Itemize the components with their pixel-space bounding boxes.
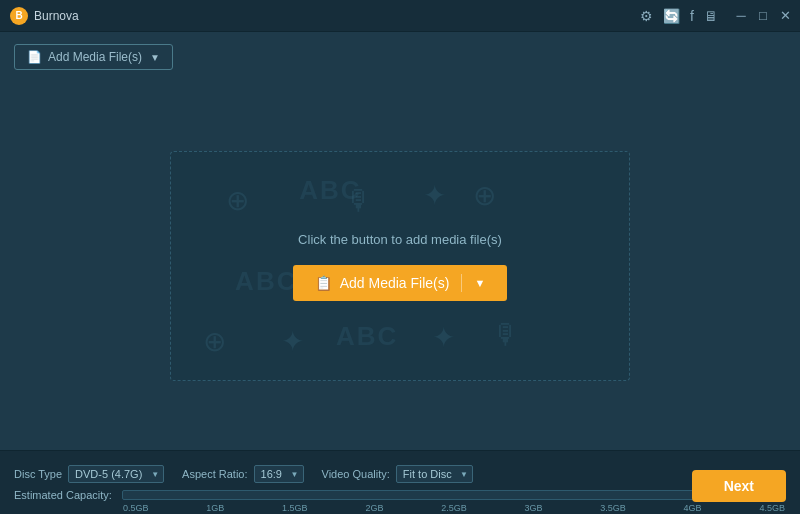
wm-mic-icon-3: 🎙 [492, 318, 520, 351]
minimize-button[interactable]: ─ [734, 9, 748, 23]
disc-type-select[interactable]: DVD-5 (4.7G) DVD-9 (8.5G) Blu-ray 25G Bl… [68, 465, 164, 483]
wm-mic-icon-1: 🎙 [345, 184, 373, 217]
title-bar: B Burnova ⚙ 🔄 f 🖥 ─ □ ✕ [0, 0, 800, 32]
wm-star-icon-1: ✦ [423, 179, 446, 212]
bottom-bar: Disc Type DVD-5 (4.7G) DVD-9 (8.5G) Blu-… [0, 450, 800, 514]
add-media-icon: 📄 [27, 50, 42, 64]
tick-2: 1.5GB [282, 503, 308, 513]
add-media-toolbar-button[interactable]: 📄 Add Media File(s) ▼ [14, 44, 173, 70]
capacity-row: Estimated Capacity: 0.5GB 1GB 1.5GB 2GB … [14, 489, 786, 501]
wm-abc-2: ABC [235, 266, 297, 297]
video-quality-select-wrapper: Fit to Disc High Medium Low [396, 465, 473, 483]
toolbar-dropdown-arrow: ▼ [150, 52, 160, 63]
aspect-ratio-label: Aspect Ratio: [182, 468, 247, 480]
capacity-bar: 0.5GB 1GB 1.5GB 2GB 2.5GB 3GB 3.5GB 4GB … [122, 490, 786, 500]
facebook-icon[interactable]: f [690, 8, 694, 24]
aspect-ratio-select[interactable]: 16:9 4:3 [254, 465, 304, 483]
wm-film-icon-1: ⊕ [226, 184, 249, 217]
aspect-ratio-select-wrapper: 16:9 4:3 [254, 465, 304, 483]
wm-star-icon-3: ✦ [432, 321, 455, 354]
update-icon[interactable]: 🔄 [663, 8, 680, 24]
aspect-ratio-group: Aspect Ratio: 16:9 4:3 [182, 465, 303, 483]
video-quality-select[interactable]: Fit to Disc High Medium Low [396, 465, 473, 483]
drop-zone: ⊕ 🎙 ABC ⊕ ✦ ABC 🎙 ABC ⊕ ✦ ABC ✦ 🎙 Click … [170, 151, 630, 381]
add-media-main-button[interactable]: 📋 Add Media File(s) ▼ [293, 265, 508, 301]
video-quality-label: Video Quality: [322, 468, 390, 480]
wm-film-icon-2: ⊕ [473, 179, 496, 212]
tick-8: 4.5GB [759, 503, 785, 513]
add-media-main-icon: 📋 [315, 275, 332, 291]
toolbar: 📄 Add Media File(s) ▼ [0, 32, 800, 82]
maximize-button[interactable]: □ [756, 9, 770, 23]
wm-abc-4: ABC [336, 321, 398, 352]
disc-type-group: Disc Type DVD-5 (4.7G) DVD-9 (8.5G) Blu-… [14, 465, 164, 483]
wm-film-icon-3: ⊕ [203, 325, 226, 358]
tick-4: 2.5GB [441, 503, 467, 513]
bottom-container: Disc Type DVD-5 (4.7G) DVD-9 (8.5G) Blu-… [0, 450, 800, 514]
video-quality-group: Video Quality: Fit to Disc High Medium L… [322, 465, 473, 483]
disc-type-select-wrapper: DVD-5 (4.7G) DVD-9 (8.5G) Blu-ray 25G Bl… [68, 465, 164, 483]
tick-6: 3.5GB [600, 503, 626, 513]
screen-icon[interactable]: 🖥 [704, 8, 718, 24]
tick-0: 0.5GB [123, 503, 149, 513]
capacity-label: Estimated Capacity: [14, 489, 114, 501]
window-controls: ─ □ ✕ [734, 9, 792, 23]
next-button[interactable]: Next [692, 470, 786, 502]
app-icon: B [10, 7, 28, 25]
dropzone-message: Click the button to add media file(s) [298, 232, 502, 247]
close-button[interactable]: ✕ [778, 9, 792, 23]
tick-3: 2GB [365, 503, 383, 513]
app-title: Burnova [34, 9, 79, 23]
add-media-main-arrow: ▼ [474, 277, 485, 289]
tick-5: 3GB [524, 503, 542, 513]
wm-abc-1: ABC [299, 175, 361, 206]
add-media-toolbar-label: Add Media File(s) [48, 50, 142, 64]
settings-icon[interactable]: ⚙ [640, 8, 653, 24]
disc-type-label: Disc Type [14, 468, 62, 480]
title-bar-left: B Burnova [10, 7, 79, 25]
capacity-ticks: 0.5GB 1GB 1.5GB 2GB 2.5GB 3GB 3.5GB 4GB … [123, 503, 785, 513]
main-area: ⊕ 🎙 ABC ⊕ ✦ ABC 🎙 ABC ⊕ ✦ ABC ✦ 🎙 Click … [0, 82, 800, 450]
tick-7: 4GB [684, 503, 702, 513]
tick-1: 1GB [206, 503, 224, 513]
btn-separator [461, 274, 462, 292]
wm-star-icon-2: ✦ [281, 325, 304, 358]
titlebar-controls: ⚙ 🔄 f 🖥 ─ □ ✕ [640, 8, 792, 24]
controls-row: Disc Type DVD-5 (4.7G) DVD-9 (8.5G) Blu-… [14, 465, 786, 483]
add-media-main-label: Add Media File(s) [340, 275, 450, 291]
